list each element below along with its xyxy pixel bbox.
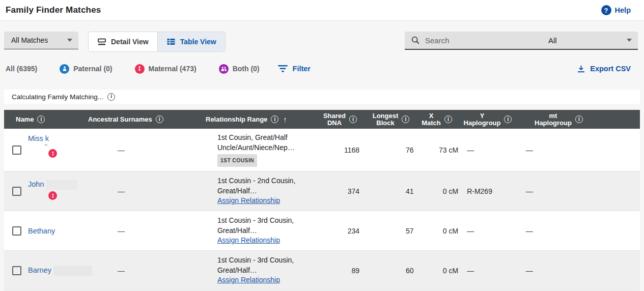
redacted-name <box>46 180 77 190</box>
table-view-label: Table View <box>180 38 216 46</box>
export-csv-button[interactable]: Export CSV <box>577 65 631 73</box>
y-haplogroup-cell: — <box>465 211 525 250</box>
download-icon <box>577 65 585 73</box>
mt-haplogroup-cell: — <box>525 211 640 250</box>
match-name-link[interactable]: Bethany <box>28 227 99 235</box>
table-view-button[interactable]: Table View <box>158 32 225 51</box>
search-bar: All <box>405 32 638 50</box>
row-checkbox-cell <box>4 129 28 171</box>
match-name-link[interactable]: Barney <box>28 266 51 274</box>
both-filter[interactable]: Both (0) <box>219 64 260 74</box>
row-checkbox[interactable] <box>12 146 21 155</box>
mt-haplogroup-cell: — <box>525 171 640 211</box>
page-title: Family Finder Matches <box>6 5 101 15</box>
x-match-cell: 0 cM <box>425 171 465 211</box>
column-header-y-haplogroup[interactable]: Y Haplogroup i <box>457 112 518 127</box>
row-checkbox[interactable] <box>12 187 21 196</box>
match-name-cell: Barney <box>28 251 99 290</box>
filter-icon <box>278 65 288 72</box>
table-row: Bethany — 1st Cousin - 3rd Cousin, Great… <box>4 211 640 251</box>
all-matches-count[interactable]: All (6395) <box>6 65 37 73</box>
filter-label: Filter <box>293 65 311 73</box>
help-button[interactable]: ? Help <box>601 5 631 15</box>
ancestral-surnames-cell: — <box>99 171 217 211</box>
y-haplogroup-cell: — <box>465 251 525 290</box>
match-name-link[interactable]: Miss k <box>28 134 99 142</box>
row-checkbox[interactable] <box>12 226 21 236</box>
both-icon <box>219 64 229 74</box>
paternal-icon <box>60 64 69 74</box>
search-scope-dropdown[interactable]: All <box>546 36 632 45</box>
maternal-icon[interactable] <box>48 149 57 158</box>
x-match-cell: 73 cM <box>425 129 465 171</box>
info-icon[interactable]: i <box>444 115 452 123</box>
search-input[interactable] <box>425 36 546 45</box>
x-match-cell: 0 cM <box>425 211 465 250</box>
assign-relationship-link[interactable]: Assign Relationship <box>217 196 280 206</box>
mt-haplogroup-cell: — <box>525 129 640 171</box>
chevron-down-icon <box>67 39 72 42</box>
help-label: Help <box>615 6 631 14</box>
maternal-icon[interactable] <box>48 191 57 200</box>
export-csv-label: Export CSV <box>590 65 631 73</box>
longest-block-cell: 76 <box>375 129 425 171</box>
longest-block-cell: 57 <box>375 211 425 250</box>
redacted-name <box>53 266 92 276</box>
detail-view-button[interactable]: Detail View <box>89 32 158 51</box>
detail-view-icon <box>97 37 106 46</box>
column-header-mt-haplogroup[interactable]: mt Haplogroup i <box>518 112 636 127</box>
column-header-name[interactable]: Name i <box>4 115 85 123</box>
longest-block-cell: 41 <box>375 171 425 211</box>
mt-haplogroup-cell: — <box>525 251 640 290</box>
view-toggle: Detail View Table View <box>88 32 226 52</box>
column-header-x-match[interactable]: X Match i <box>416 112 457 127</box>
search-scope-value: All <box>548 36 557 45</box>
maternal-icon <box>135 64 145 74</box>
match-name-cell: Bethany <box>28 211 99 250</box>
match-name-link[interactable]: John <box>28 180 44 188</box>
row-checkbox[interactable] <box>12 266 21 275</box>
info-icon[interactable]: i <box>575 115 583 123</box>
x-match-cell: 0 cM <box>425 251 465 290</box>
info-icon[interactable]: i <box>504 115 512 123</box>
chevron-down-icon <box>627 39 632 42</box>
match-name-cell: Miss k ~ <box>28 129 99 171</box>
shared-dna-cell: 374 <box>325 171 375 211</box>
maternal-filter[interactable]: Maternal (473) <box>135 64 197 74</box>
filter-button[interactable]: Filter <box>278 65 311 73</box>
info-icon[interactable]: i <box>402 115 409 123</box>
filter-row: All (6395) Paternal (0) Maternal (473) B… <box>0 62 644 76</box>
info-icon[interactable]: i <box>271 115 278 123</box>
table-row: Miss k ~ — 1st Cousin, Great/Half Uncle/… <box>4 129 640 171</box>
info-icon[interactable]: i <box>37 115 45 123</box>
matches-filter-value: All Matches <box>11 36 48 44</box>
ancestral-surnames-cell: — <box>99 251 217 290</box>
calculating-status-bar: Calculating Family Matching... i <box>4 90 640 104</box>
assign-relationship-link[interactable]: Assign Relationship <box>217 275 280 285</box>
maternal-label: Maternal (473) <box>149 65 197 73</box>
shared-dna-cell: 234 <box>325 211 375 250</box>
match-name-cell: John <box>28 171 99 211</box>
ancestral-surnames-cell: — <box>99 129 217 171</box>
matches-filter-dropdown[interactable]: All Matches <box>4 32 78 49</box>
info-icon[interactable]: i <box>349 115 357 123</box>
relationship-range-cell: 1st Cousin - 2nd Cousin, Great/Half… Ass… <box>217 171 325 211</box>
info-icon[interactable]: i <box>156 115 163 123</box>
column-header-relationship-range[interactable]: Relationship Range i ↑ <box>205 115 315 124</box>
assign-relationship-link[interactable]: Assign Relationship <box>217 236 280 246</box>
table-view-icon <box>166 37 176 46</box>
sort-ascending-icon[interactable]: ↑ <box>283 115 287 124</box>
help-icon: ? <box>601 5 611 15</box>
shared-dna-cell: 1168 <box>325 129 375 171</box>
match-name-line2: ~ <box>44 142 99 148</box>
paternal-filter[interactable]: Paternal (0) <box>60 64 112 74</box>
ancestral-surnames-cell: — <box>99 211 217 250</box>
column-header-shared-dna[interactable]: Shared DNA i <box>315 112 366 127</box>
row-checkbox-cell <box>4 251 28 290</box>
table-header-row: Name i Ancestral Surnames i Relationship… <box>4 110 640 129</box>
calculating-text: Calculating Family Matching... <box>12 93 103 101</box>
info-icon[interactable]: i <box>107 93 115 101</box>
row-checkbox-cell <box>4 171 28 211</box>
column-header-ancestral-surnames[interactable]: Ancestral Surnames i <box>85 115 205 123</box>
column-header-longest-block[interactable]: Longest Block i <box>366 112 416 127</box>
